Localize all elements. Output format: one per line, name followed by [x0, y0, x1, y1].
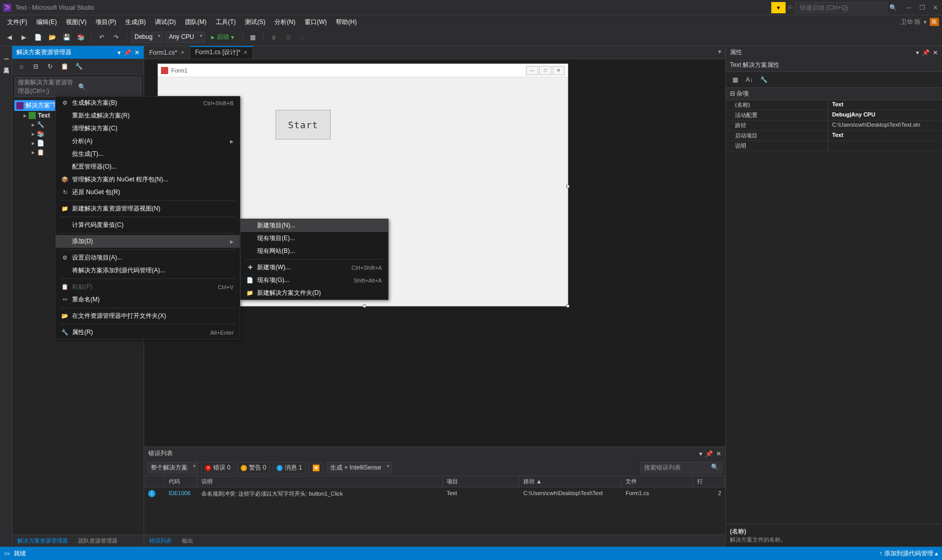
nav-back-button[interactable]: ◀: [3, 31, 15, 43]
context-menu-item[interactable]: 现有项目(E)...: [241, 232, 388, 245]
context-menu-item[interactable]: ⚙设置启动项目(A)...: [56, 251, 240, 264]
source-control-button[interactable]: ↑ 添加到源代码管理 ▴: [879, 549, 938, 558]
tab-error-list[interactable]: 错误列表: [144, 535, 177, 547]
error-row[interactable]: i IDE1006 命名规则冲突: 这些字必须以大写字符开头: button1_…: [144, 487, 725, 500]
error-scope-combo[interactable]: 整个解决方案: [147, 462, 198, 474]
context-menu-item[interactable]: ✏重命名(M): [56, 293, 240, 306]
alphabetical-icon[interactable]: A↓: [743, 74, 755, 86]
col-file[interactable]: 文件: [622, 476, 693, 487]
context-menu-item[interactable]: 重新生成解决方案(R): [56, 109, 240, 122]
user-name[interactable]: 卫华 陈: [901, 18, 921, 27]
col-path[interactable]: 路径 ▲: [519, 476, 622, 487]
tab-output[interactable]: 输出: [177, 535, 198, 547]
menu-view[interactable]: 视图(V): [62, 16, 90, 28]
panel-dropdown-icon[interactable]: ▾: [916, 49, 919, 56]
nav-fwd-button[interactable]: ▶: [17, 31, 30, 43]
close-tab-icon[interactable]: ✕: [243, 50, 247, 55]
feedback-icon[interactable]: ⚐: [788, 4, 793, 11]
maximize-button[interactable]: ❐: [918, 4, 926, 11]
categorized-icon[interactable]: ▦: [729, 74, 741, 86]
context-menu-item[interactable]: 📁新建解决方案文件夹(D): [241, 287, 388, 299]
quick-launch-input[interactable]: [795, 2, 887, 13]
menu-file[interactable]: 文件(F): [3, 16, 31, 28]
prop-row[interactable]: 启动项目Text: [726, 131, 942, 141]
panel-pin-icon[interactable]: 📌: [124, 49, 131, 56]
props-wrench-icon[interactable]: 🔧: [757, 74, 770, 86]
panel-close-icon[interactable]: ✕: [933, 49, 938, 56]
menu-help[interactable]: 帮助(H): [332, 16, 361, 28]
properties-icon[interactable]: 🔧: [73, 60, 85, 73]
menu-team[interactable]: 团队(M): [181, 16, 211, 28]
server-explorer-tab[interactable]: 服务器资源管理器: [0, 50, 12, 58]
panel-dropdown-icon[interactable]: ▾: [118, 49, 121, 56]
notifications-flag-button[interactable]: ▾: [771, 2, 786, 13]
menu-debug[interactable]: 调试(D): [151, 16, 180, 28]
close-button[interactable]: ✕: [932, 4, 939, 11]
config-combo[interactable]: Debug: [131, 32, 163, 43]
context-menu-item[interactable]: 现有网站(B)...: [241, 245, 388, 258]
tab-team-explorer[interactable]: 团队资源管理器: [73, 535, 123, 547]
error-search[interactable]: 搜索错误列表🔍: [640, 462, 722, 474]
menu-analyze[interactable]: 分析(N): [270, 16, 300, 28]
context-menu-item[interactable]: ✚新建项(W)...Ctrl+Shift+A: [241, 261, 388, 274]
context-menu-item[interactable]: 批生成(T)...: [56, 148, 240, 160]
panel-dropdown-icon[interactable]: ▾: [699, 450, 702, 457]
undo-button[interactable]: ↶: [96, 31, 108, 43]
designer-button-start[interactable]: Start: [275, 110, 331, 139]
panel-pin-icon[interactable]: 📌: [922, 49, 930, 56]
context-menu-item[interactable]: 📂在文件资源管理器中打开文件夹(X): [56, 310, 240, 322]
col-project[interactable]: 项目: [443, 476, 519, 487]
filter-icon[interactable]: 🔽: [309, 463, 324, 473]
errors-filter[interactable]: ✕错误 0: [201, 462, 234, 474]
save-all-button[interactable]: 📚: [75, 31, 87, 43]
prop-category[interactable]: ⊟ 杂项: [726, 88, 942, 100]
context-menu-item[interactable]: 新建项目(N)...: [241, 219, 388, 232]
menu-window[interactable]: 窗口(W): [301, 16, 331, 28]
toolbox-tab[interactable]: 工具箱: [0, 59, 12, 67]
prop-row[interactable]: 活动配置Debug|Any CPU: [726, 110, 942, 121]
search-icon[interactable]: 🔍: [889, 4, 897, 11]
save-button[interactable]: 💾: [60, 31, 73, 43]
context-menu-item[interactable]: 分析(A)▶: [56, 135, 240, 148]
solution-search[interactable]: 搜索解决方案资源管理器(Ctrl+;) 🔍: [14, 77, 142, 97]
layout-btn-1[interactable]: ▦: [247, 31, 259, 43]
collapse-icon[interactable]: ⊟: [30, 60, 42, 73]
context-menu-item[interactable]: 📄现有项(G)...Shift+Alt+A: [241, 274, 388, 287]
context-menu-item[interactable]: 📦管理解决方案的 NuGet 程序包(N)...: [56, 173, 240, 186]
align-right-icon[interactable]: ⬯: [296, 31, 309, 43]
align-left-icon[interactable]: ⬮: [268, 31, 280, 43]
col-line[interactable]: 行: [693, 476, 725, 487]
context-menu-item[interactable]: 计算代码度量值(C): [56, 219, 240, 231]
context-menu-item[interactable]: 🔧属性(R)Alt+Enter: [56, 326, 240, 339]
new-project-button[interactable]: 📄: [32, 31, 44, 43]
prop-row[interactable]: 说明: [726, 141, 942, 151]
panel-pin-icon[interactable]: 📌: [705, 450, 713, 457]
tab-overflow-icon[interactable]: ▾: [714, 46, 725, 59]
panel-close-icon[interactable]: ✕: [716, 450, 721, 457]
prop-row[interactable]: (名称)Text: [726, 100, 942, 110]
menu-edit[interactable]: 编辑(E): [32, 16, 61, 28]
menu-test[interactable]: 测试(S): [241, 16, 269, 28]
messages-filter[interactable]: i消息 1: [273, 462, 306, 474]
context-menu-item[interactable]: ↻还原 NuGet 包(R): [56, 186, 240, 199]
align-center-icon[interactable]: ⊞: [282, 31, 294, 43]
prop-row[interactable]: 路径C:\Users\cwh\Desktop\Text\Text.sln: [726, 121, 942, 131]
platform-combo[interactable]: Any CPU: [165, 32, 204, 43]
error-code[interactable]: IDE1006: [165, 488, 197, 499]
doc-tab-form1-design[interactable]: Form1.cs [设计]*✕: [190, 46, 254, 59]
open-file-button[interactable]: 📂: [46, 31, 58, 43]
context-menu-item[interactable]: 清理解决方案(C): [56, 122, 240, 135]
warnings-filter[interactable]: !警告 0: [237, 462, 270, 474]
col-icon[interactable]: [144, 476, 165, 487]
menu-project[interactable]: 项目(P): [91, 16, 120, 28]
home-icon[interactable]: ⌂: [15, 60, 28, 73]
col-code[interactable]: 代码: [165, 476, 197, 487]
context-menu-item[interactable]: 添加(D)▶: [56, 235, 240, 248]
tab-solution-explorer[interactable]: 解决方案资源管理器: [12, 535, 73, 547]
close-tab-icon[interactable]: ✕: [180, 50, 185, 55]
menu-tools[interactable]: 工具(T): [212, 16, 240, 28]
redo-button[interactable]: ↷: [110, 31, 122, 43]
col-desc[interactable]: 说明: [197, 476, 443, 487]
build-filter-combo[interactable]: 生成 + IntelliSense: [327, 462, 392, 474]
minimize-button[interactable]: ─: [905, 4, 912, 11]
